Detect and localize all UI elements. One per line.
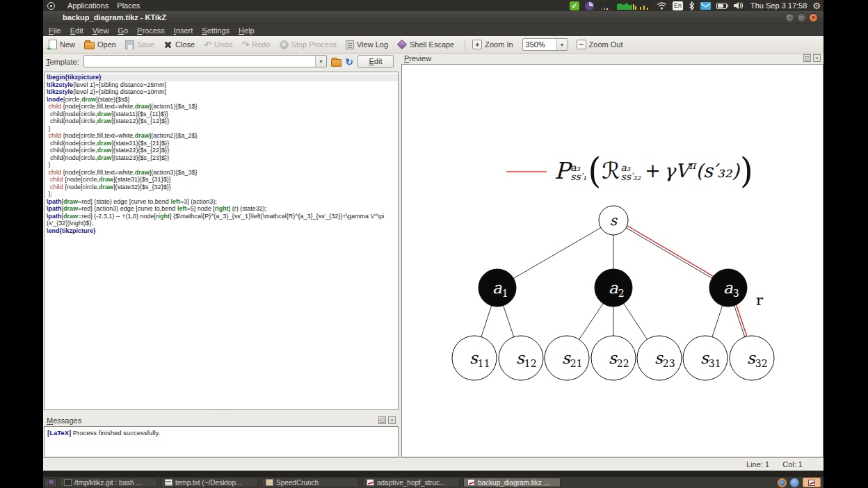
minimize-button[interactable]: − xyxy=(785,13,794,22)
desktop-gap xyxy=(43,471,823,477)
panel-menu-places[interactable]: Places xyxy=(117,1,140,10)
menu-insert[interactable]: Insert xyxy=(174,26,193,35)
taskbar-item[interactable]: backup_diagram.tikz ... xyxy=(463,478,561,487)
show-desktop-button[interactable] xyxy=(45,478,57,487)
template-edit-button[interactable]: Edit xyxy=(357,55,394,68)
preview-close-icon[interactable]: × xyxy=(813,54,821,62)
template-open-button[interactable] xyxy=(330,56,342,68)
menu-file[interactable]: File xyxy=(49,26,61,35)
template-row: Template: ▾ ↻ Edit xyxy=(43,54,399,70)
shell-escape-button[interactable]: Shell Escape xyxy=(397,40,454,49)
code-line: } xyxy=(47,161,398,169)
menu-help[interactable]: Help xyxy=(239,26,255,35)
code-line: child {node[circle,fill,text=white,draw]… xyxy=(47,103,398,111)
taskbar-item[interactable]: adaptive_hopf_struc... xyxy=(362,478,460,487)
time-tracker-icon[interactable] xyxy=(585,1,594,10)
taskbar-item-label: temp.txt (~/Desktop... xyxy=(175,479,241,487)
app-sphere-icon[interactable] xyxy=(790,478,799,487)
menu-go[interactable]: Go xyxy=(118,26,128,35)
battery-icon[interactable] xyxy=(716,1,728,10)
menu-edit[interactable]: Edit xyxy=(70,26,83,35)
reward-label: r xyxy=(756,292,764,309)
code-line: \tikzstyle{level 2}=[sibling distance=10… xyxy=(47,88,398,96)
taskbar-item[interactable]: temp.txt (~/Desktop... xyxy=(161,478,258,487)
wifi-icon[interactable] xyxy=(657,1,667,10)
calc-window-icon xyxy=(266,479,273,486)
code-line: }; xyxy=(47,190,398,198)
code-line: \path[draw=red] (action3) edge [curve to… xyxy=(47,205,398,213)
system-monitor-graph[interactable] xyxy=(600,1,651,10)
view-log-button[interactable]: View Log xyxy=(346,40,388,49)
maximize-button[interactable]: □ xyxy=(797,13,806,22)
formula-lparen: ( xyxy=(588,150,601,190)
top-panel: Applications Places ✓ xyxy=(43,0,823,11)
code-line: \path[draw=red] (-2.3,1) -- +(1,0) node[… xyxy=(47,213,398,220)
preview-canvas: sa1a2a3s11s12s21s22s23s31s32r P a₃ss′₁ (… xyxy=(401,64,823,457)
zoom-level-combobox[interactable]: 350% ▾ xyxy=(522,38,568,51)
window-title: backup_diagram.tikz - KTikZ xyxy=(63,13,166,22)
taskbar-item[interactable]: SpeedCrunch xyxy=(262,478,359,487)
urgent-task-icon xyxy=(808,480,815,486)
close-button[interactable]: × xyxy=(809,13,818,22)
template-reload-button[interactable]: ↻ xyxy=(343,56,355,68)
stop-icon: ✕ xyxy=(280,40,289,49)
window-titlebar[interactable]: backup_diagram.tikz - KTikZ − □ × xyxy=(43,11,823,24)
messages-output: [LaTeX] Process finished successfully. xyxy=(44,426,399,457)
urgent-task-button[interactable] xyxy=(803,478,821,487)
code-line: \begin{tikzpicture} xyxy=(47,74,398,81)
template-combobox[interactable]: ▾ xyxy=(83,55,327,67)
save-button: Save xyxy=(125,40,154,49)
zoom-level-value: 350% xyxy=(523,40,556,49)
close-doc-button[interactable]: Close xyxy=(163,40,195,49)
template-label: Template: xyxy=(46,58,79,66)
messages-float-icon[interactable]: ◱ xyxy=(378,416,386,424)
code-line: child{node[circle,draw](state21){$s_{21}… xyxy=(47,140,398,147)
code-editor[interactable]: \begin{tikzpicture}\tikzstyle{level 1}=[… xyxy=(44,72,399,410)
panel-menu-applications[interactable]: Applications xyxy=(67,1,108,10)
menu-view[interactable]: View xyxy=(93,26,109,35)
bluetooth-icon[interactable] xyxy=(689,1,695,10)
menu-process[interactable]: Process xyxy=(137,26,165,35)
view-log-icon xyxy=(346,40,354,49)
code-line: child {node[circle,fill,text=white,draw]… xyxy=(47,169,398,177)
preview-float-icon[interactable]: ◱ xyxy=(803,54,811,62)
formula-arg: (s′₃₂) xyxy=(696,160,739,181)
ktikz-window-icon xyxy=(467,479,475,486)
taskbar: /tmp/ktikz.git : bash ...temp.txt (~/Des… xyxy=(43,477,823,488)
formula-R: ℛ xyxy=(602,157,620,184)
code-line: \node[circle,draw](state){$s$} xyxy=(47,96,398,104)
redo-icon: ↷ xyxy=(241,40,249,49)
code-line: (s'_{32})\right)$}; xyxy=(47,220,398,227)
backup-diagram: sa1a2a3s11s12s21s22s23s31s32r xyxy=(402,65,823,457)
new-button[interactable]: New xyxy=(49,40,75,49)
taskbar-item[interactable]: /tmp/ktikz.git : bash ... xyxy=(60,478,157,487)
zoom-dropdown-arrow-icon[interactable]: ▾ xyxy=(556,39,568,50)
horizontal-splitter[interactable]: · · · xyxy=(44,410,399,416)
keyboard-layout-indicator[interactable]: En xyxy=(673,1,683,10)
code-line: child {node[circle,draw](state31){$s_{31… xyxy=(47,176,398,184)
code-line: \tikzstyle{level 1}=[sibling distance=25… xyxy=(47,81,398,89)
code-line: child{node[circle,draw](state11){$s_{11}… xyxy=(47,111,398,118)
panel-clock[interactable]: Thu Sep 3 17:58 xyxy=(750,1,807,10)
firefox-icon[interactable] xyxy=(778,478,787,487)
open-folder-icon xyxy=(84,42,95,49)
template-dropdown-arrow-icon[interactable]: ▾ xyxy=(315,56,326,67)
taskbar-item-label: SpeedCrunch xyxy=(276,479,319,487)
formula-red-line xyxy=(506,171,547,172)
zoom-in-button[interactable]: +Zoom In xyxy=(472,40,513,49)
tree-red-edge xyxy=(615,218,730,286)
updates-ok-icon[interactable]: ✓ xyxy=(570,1,579,10)
code-line: } xyxy=(47,125,398,133)
menu-settings[interactable]: Settings xyxy=(202,26,230,35)
volume-icon[interactable] xyxy=(734,1,744,10)
menubar: File Edit View Go Process Insert Setting… xyxy=(43,24,823,36)
taskbar-item-label: /tmp/ktikz.git : bash ... xyxy=(74,479,142,487)
open-button[interactable]: Open xyxy=(84,40,116,49)
session-gear-icon[interactable]: ⚙ xyxy=(812,1,821,10)
statusbar-col: Col: 1 xyxy=(782,460,803,469)
terminal-window-icon xyxy=(64,479,72,486)
zoom-out-button[interactable]: −Zoom Out xyxy=(577,40,623,49)
refresh-icon: ↻ xyxy=(345,57,353,67)
mail-icon[interactable] xyxy=(700,1,711,10)
messages-close-icon[interactable]: × xyxy=(388,416,396,424)
